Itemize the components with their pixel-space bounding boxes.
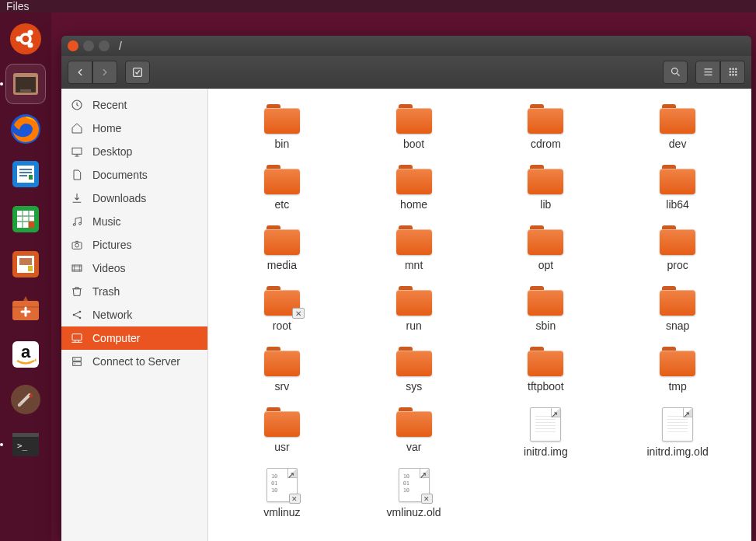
launcher: a>_ — [0, 12, 51, 541]
launcher-calc[interactable] — [5, 199, 46, 239]
sidebar-item-home[interactable]: Home — [61, 117, 207, 140]
folder-icon — [264, 165, 300, 194]
file-item-home[interactable]: home — [348, 163, 480, 224]
file-item-label: lib — [540, 198, 551, 211]
file-item-boot[interactable]: boot — [348, 103, 480, 163]
launcher-impress[interactable] — [5, 244, 46, 284]
launcher-software[interactable] — [5, 289, 46, 330]
file-item-label: tmp — [668, 380, 686, 393]
sidebar-item-downloads[interactable]: Downloads — [61, 187, 207, 210]
sidebar-item-computer[interactable]: Computer — [61, 326, 207, 350]
file-item-sys[interactable]: sys — [348, 345, 480, 406]
main-area: a>_ / — [0, 12, 756, 541]
svg-rect-41 — [72, 148, 82, 154]
file-item-srv[interactable]: srv — [216, 345, 348, 406]
file-item-label: run — [406, 319, 422, 332]
svg-point-38 — [732, 74, 734, 76]
svg-rect-27 — [12, 433, 39, 437]
lock-badge-icon: ✕ — [289, 494, 301, 504]
sidebar-item-videos[interactable]: Videos — [61, 257, 207, 280]
grid-view-button[interactable] — [720, 61, 745, 84]
file-item-initrd-img-old[interactable]: ↗initrd.img.old — [611, 406, 744, 466]
path-icon — [131, 66, 144, 79]
folder-icon — [396, 104, 432, 134]
file-item-snap[interactable]: snap — [611, 284, 744, 345]
sidebar-item-label: Videos — [92, 262, 126, 274]
sidebar-item-label: Desktop — [92, 145, 132, 158]
file-item-usr[interactable]: usr — [216, 406, 348, 466]
back-button[interactable] — [68, 61, 92, 84]
launcher-dash[interactable] — [5, 19, 46, 59]
svg-point-45 — [75, 243, 79, 247]
file-item-label: cdrom — [531, 138, 561, 150]
server-icon — [71, 355, 83, 368]
sidebar-item-connect-to-server[interactable]: Connect to Server — [61, 350, 207, 373]
file-item-lib64[interactable]: lib64 — [611, 163, 744, 224]
list-icon — [702, 66, 714, 78]
forward-button[interactable] — [92, 61, 117, 84]
sidebar-item-trash[interactable]: Trash — [61, 280, 207, 303]
file-item-proc[interactable]: proc — [611, 224, 744, 284]
file-item-label: dev — [669, 138, 687, 150]
computer-icon — [71, 332, 83, 344]
file-item-opt[interactable]: opt — [480, 224, 612, 284]
svg-rect-13 — [19, 175, 27, 176]
launcher-settings[interactable] — [5, 379, 46, 420]
file-item-sbin[interactable]: sbin — [480, 284, 612, 345]
file-item-lib[interactable]: lib — [480, 163, 612, 224]
content-area: RecentHomeDesktopDocumentsDownloadsMusic… — [61, 89, 751, 541]
svg-point-36 — [735, 71, 737, 73]
impress-app-icon — [9, 248, 42, 281]
file-item-tftpboot[interactable]: tftpboot — [480, 345, 612, 406]
file-item-vmlinuz-old[interactable]: ↗✕vmlinuz.old — [348, 466, 480, 527]
sidebar-item-pictures[interactable]: Pictures — [61, 233, 207, 257]
sidebar-item-label: Connect to Server — [92, 355, 180, 368]
path-toggle-button[interactable] — [125, 61, 150, 84]
close-button[interactable] — [68, 40, 78, 51]
file-item-media[interactable]: media — [216, 224, 348, 284]
files-app-icon — [9, 68, 42, 100]
launcher-files[interactable] — [5, 64, 46, 104]
titlebar[interactable]: / — [61, 36, 751, 56]
file-item-etc[interactable]: etc — [216, 163, 348, 224]
home-icon — [71, 122, 83, 134]
toolbar — [61, 56, 751, 89]
folder-icon — [396, 347, 432, 376]
running-pip-icon — [0, 443, 3, 446]
file-item-vmlinuz[interactable]: ↗✕vmlinuz — [216, 466, 348, 527]
launcher-writer[interactable] — [5, 154, 46, 194]
file-item-initrd-img[interactable]: ↗initrd.img — [480, 406, 612, 466]
file-pane[interactable]: binbootcdromdevetchomeliblib64mediamntop… — [208, 89, 751, 541]
sidebar-item-documents[interactable]: Documents — [61, 163, 207, 187]
file-item-root[interactable]: ✕root — [216, 284, 348, 345]
desktop-icon — [71, 145, 83, 158]
sidebar-item-label: Pictures — [92, 239, 132, 251]
file-item-bin[interactable]: bin — [216, 103, 348, 163]
folder-icon — [264, 347, 300, 376]
sidebar-item-desktop[interactable]: Desktop — [61, 140, 207, 163]
file-item-mnt[interactable]: mnt — [348, 224, 480, 284]
file-item-tmp[interactable]: tmp — [611, 345, 744, 406]
minimize-button[interactable] — [83, 40, 94, 51]
svg-rect-21 — [28, 266, 33, 271]
search-button[interactable] — [663, 61, 688, 84]
sidebar-item-network[interactable]: Network — [61, 303, 207, 326]
launcher-amazon[interactable]: a — [5, 334, 46, 375]
folder-icon — [396, 286, 432, 316]
file-item-dev[interactable]: dev — [611, 103, 744, 163]
list-view-button[interactable] — [695, 61, 720, 84]
maximize-button[interactable] — [99, 40, 110, 51]
file-item-cdrom[interactable]: cdrom — [480, 103, 612, 163]
folder-icon — [264, 225, 300, 255]
file-item-run[interactable]: run — [348, 284, 480, 345]
folder-icon — [264, 104, 300, 134]
sidebar-item-recent[interactable]: Recent — [61, 93, 207, 117]
svg-rect-10 — [17, 166, 34, 183]
file-item-label: tftpboot — [528, 380, 564, 393]
svg-point-33 — [735, 68, 737, 71]
file-item-label: var — [406, 441, 421, 453]
file-item-var[interactable]: var — [348, 406, 480, 466]
launcher-terminal[interactable]: >_ — [5, 424, 46, 465]
sidebar-item-music[interactable]: Music — [61, 210, 207, 233]
launcher-firefox[interactable] — [5, 109, 46, 149]
